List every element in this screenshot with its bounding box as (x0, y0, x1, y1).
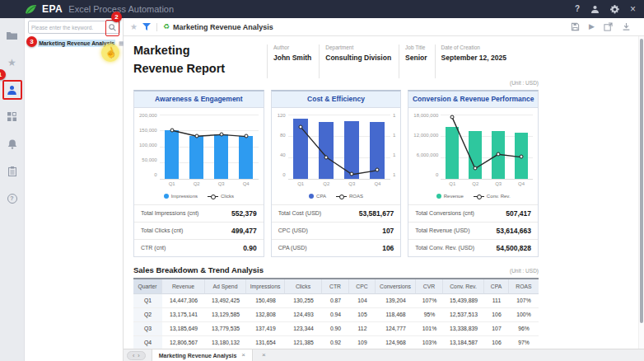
table-cell-quarter: Q4 (133, 336, 162, 349)
chart-legend: CPA ROAS (277, 190, 396, 204)
annotation-step-3: 3 (26, 36, 37, 47)
chart-y-axis: 12080400 (277, 115, 288, 179)
app-logo-icon (25, 4, 37, 15)
table-cell: 131,654 (246, 336, 285, 349)
close-all-tabs-icon[interactable]: × (262, 352, 266, 359)
column-header[interactable]: Conv. Rev. (443, 279, 484, 294)
tab-next-icon[interactable]: › (138, 353, 139, 359)
table-cell: 101% (416, 322, 443, 336)
column-header[interactable]: Conversions (376, 279, 416, 294)
tab-prev-icon[interactable]: ‹ (133, 353, 134, 359)
favorite-star-icon[interactable]: ★ (130, 22, 138, 31)
column-header[interactable]: CTR (322, 279, 349, 294)
table-cell: 15,439,889 (443, 294, 484, 308)
tree-item-marketing-revenue-analysis[interactable]: 3 ♻ Marketing Revenue Analysis ▦ ☝ (30, 40, 121, 47)
table-cell: 103% (416, 336, 443, 349)
scrollbar-thumb[interactable] (640, 39, 643, 323)
chart-x-axis: Q1Q2Q3Q4 (160, 179, 259, 190)
table-cell: 105 (349, 308, 376, 322)
chart-x-axis: Q1Q2Q3Q4 (288, 179, 390, 190)
stat-row: CPC (USD)107 (272, 222, 401, 239)
stat-row: Total Cost (USD)53,581,677 (272, 204, 401, 222)
table-cell: 106 (484, 308, 509, 322)
filter-funnel-icon[interactable] (142, 23, 151, 30)
save-icon[interactable] (571, 22, 580, 31)
tab-close-icon[interactable]: × (241, 352, 245, 359)
chart-card: Cost & Efficiency 12080400 Q1Q2Q3Q4 1111… (271, 90, 402, 257)
legend-line-swatch (208, 195, 218, 199)
sales-section-header: Sales Breakdown & Trend Analysis (Unit :… (133, 265, 539, 274)
download-icon[interactable] (622, 22, 631, 31)
table-cell: 0.92 (322, 336, 349, 349)
chart: 200,000150,000100,00050,0000 Q1Q2Q3Q4 Im… (134, 108, 264, 204)
stat-row: Total Revenue (USD)53,614,663 (408, 222, 538, 239)
folder-icon (7, 31, 17, 40)
table-cell: 13,129,585 (205, 308, 246, 322)
chart-right-axis: 1111 (390, 115, 395, 179)
chart-card-title: Cost & Efficiency (272, 91, 401, 108)
toolbar-divider (156, 23, 157, 31)
column-header[interactable]: CVR (416, 279, 443, 294)
rail-reports[interactable] (0, 157, 25, 185)
column-header[interactable]: Ad Spend (205, 279, 246, 294)
sales-unit-label: (Unit : USD) (510, 268, 539, 274)
stat-row: Total Conv. Rev. (USD)54,500,828 (408, 239, 538, 256)
table-cell: 100% (509, 308, 539, 322)
column-header[interactable]: Revenue (162, 279, 205, 294)
table-cell: 107% (416, 294, 443, 308)
vertical-scrollbar[interactable] (638, 36, 644, 349)
close-icon[interactable]: × (630, 4, 636, 14)
column-header[interactable]: CPC (349, 279, 376, 294)
search-icon[interactable]: 2 (107, 22, 118, 33)
stat-row: CTR (cnt)0.90 (134, 239, 264, 256)
user-icon[interactable] (590, 5, 600, 13)
table-cell: 124,968 (376, 336, 416, 349)
column-header[interactable]: ROAS (509, 279, 539, 294)
rail-users[interactable]: 1 (0, 76, 25, 103)
chart-cards: Awareness & Engagement 200,000150,000100… (133, 90, 539, 257)
table-cell: 13,185,649 (162, 322, 205, 336)
chart-y-axis: 200,000150,000100,00050,0000 (139, 115, 160, 179)
column-header[interactable]: Quarter (133, 279, 162, 294)
document-title: Marketing Revenue Analysis (173, 23, 273, 31)
stat-row: Total Impressions (cnt)552,379 (134, 204, 264, 222)
rail-help[interactable]: ? (0, 185, 25, 212)
column-header[interactable]: Impressions (246, 279, 285, 294)
table-cell: 13,338,839 (443, 322, 484, 336)
line-marker (497, 152, 501, 156)
help-icon[interactable]: ? (575, 5, 580, 13)
table-cell: 95% (416, 308, 443, 322)
table-cell: 132,808 (246, 308, 285, 322)
table-cell: 0.90 (322, 322, 349, 336)
chart-card: Conversion & Revenue Performance 18,000,… (408, 90, 539, 257)
table-cell: 150,498 (246, 294, 285, 308)
run-icon[interactable]: ▶ (589, 23, 595, 30)
stat-row: Total Clicks (cnt)499,477 (134, 222, 264, 239)
table-cell: 13,180,132 (205, 336, 246, 349)
legend-line-swatch (474, 195, 484, 199)
hand-cursor-icon: ☝ (103, 45, 119, 60)
table-cell: 118,468 (376, 308, 416, 322)
line-marker (299, 125, 303, 129)
settings-gear-icon[interactable] (610, 5, 619, 14)
app-name: EPA (42, 3, 63, 15)
rail-folder[interactable] (0, 21, 25, 49)
report-header: Marketing Revenue Report Author John Smi… (133, 42, 539, 78)
open-window-icon[interactable] (604, 22, 613, 31)
bottom-tab-marketing-revenue-analysis[interactable]: Marketing Revenue Analysis × (152, 349, 253, 361)
search-input[interactable] (29, 25, 107, 30)
table-cell: 123,344 (285, 322, 322, 336)
table-cell: 107 (484, 322, 509, 336)
chart: 18,000,00012,000,0006,000,0000 Q1Q2Q3Q4 … (408, 108, 538, 204)
sales-table: QuarterRevenueAd SpendImpressionsClicksC… (133, 278, 539, 349)
table-cell: 12,806,567 (162, 336, 205, 349)
explorer-panel: 2 3 ♻ Marketing Revenue Analysis ▦ ☝ (25, 18, 124, 361)
rail-notifications[interactable] (0, 130, 25, 157)
chart-card: Awareness & Engagement 200,000150,000100… (133, 90, 264, 257)
chart-stats: Total Cost (USD)53,581,677CPC (USD)107CP… (272, 204, 401, 256)
legend-line-label: ROAS (349, 194, 363, 199)
column-header[interactable]: Clicks (285, 279, 322, 294)
rail-dashboard[interactable] (0, 103, 25, 130)
column-header[interactable]: CPA (484, 279, 509, 294)
line-marker (219, 132, 223, 136)
